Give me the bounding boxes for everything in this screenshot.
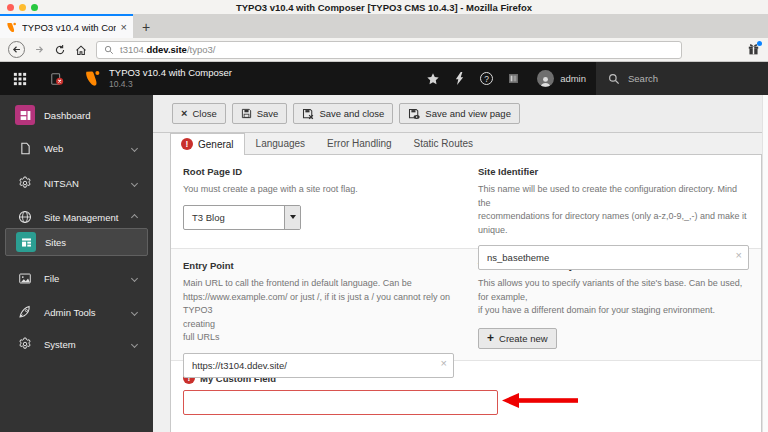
gear-icon [15,337,35,351]
typo3-brand[interactable]: TYPO3 v10.4 with Composer 10.4.3 [74,62,242,95]
back-button[interactable] [8,41,25,58]
site-identifier-input[interactable] [478,245,749,270]
field-description: This name will be used to create the con… [478,183,749,237]
chevron-down-icon [131,308,138,315]
star-icon [426,72,440,86]
tab-general[interactable]: ! General [170,133,245,155]
module-sidebar: Dashboard Web NITSAN Site Man [0,95,153,432]
docs-button[interactable] [500,62,527,95]
close-button[interactable]: × Close [172,103,226,124]
tab-title: TYPO3 v10.4 with Comp [22,22,116,33]
gear-icon [15,176,35,190]
root-page-select[interactable]: T3 Blog [183,205,301,230]
search-input[interactable] [628,73,728,84]
form-row-1: Root Page ID You must create a page with… [171,155,761,248]
docheader: × Close Save Save and close Save and vie… [153,95,768,133]
chevron-up-icon [131,213,138,220]
topbar-spacer [242,62,419,95]
save-button[interactable]: Save [232,103,288,124]
extension-button[interactable] [747,43,760,56]
bolt-icon [454,72,465,85]
window-titlebar: TYPO3 v10.4 with Composer [TYPO3 CMS 10.… [0,0,768,14]
avatar [537,70,554,87]
save-and-close-button[interactable]: Save and close [293,103,393,124]
window-controls [7,4,38,11]
sidebar-item-nitsan[interactable]: NITSAN [0,168,153,198]
save-close-icon [302,108,314,120]
tab-close-icon[interactable]: × [121,22,127,33]
user-menu-button[interactable]: admin [527,62,596,95]
browser-tabbar: TYPO3 v10.4 with Comp × + [0,14,768,38]
clear-cache-button[interactable] [446,62,473,95]
tab-static-routes[interactable]: Static Routes [403,134,484,154]
create-new-button[interactable]: + Create new [478,328,557,349]
plus-icon: + [487,332,494,344]
save-and-view-button[interactable]: Save and view page [399,103,520,124]
url-text: t3104.ddev.site/typo3/ [120,44,215,55]
form-tabs: ! General Languages Error Handling Stati… [170,133,762,155]
sidebar-item-web[interactable]: Web [0,133,153,163]
field-variants: Variants for the Entry Point This allows… [478,260,749,378]
site-version: 10.4.3 [109,79,232,90]
sidebar-item-dashboard[interactable]: Dashboard [0,100,153,130]
sidebar-item-system[interactable]: System [0,329,153,359]
username-label: admin [560,73,586,84]
save-icon [241,108,252,119]
module-content: × Close Save Save and close Save and vie… [153,95,768,432]
new-tab-button[interactable]: + [133,19,159,38]
sidebar-item-label: Sites [45,237,147,248]
url-bar[interactable]: t3104.ddev.site/typo3/ [96,41,682,59]
reload-button[interactable] [54,44,66,56]
chevron-down-icon [131,274,138,281]
topbar-search[interactable] [596,62,768,95]
search-icon [104,45,114,55]
minimize-window-button[interactable] [19,4,26,11]
input-wrap: × [478,245,749,270]
field-description: You must create a page with a site root … [183,183,454,197]
bookmarks-button[interactable] [419,62,446,95]
module-menu-toggle-button[interactable] [0,62,40,95]
scrollbar-track[interactable] [762,95,768,432]
close-icon: × [181,108,187,119]
typo3-topbar: TYPO3 v10.4 with Composer 10.4.3 ? admin [0,62,768,95]
chevron-down-icon [131,340,138,347]
tab-languages[interactable]: Languages [245,134,317,154]
image-icon [15,272,35,285]
home-icon [75,44,87,56]
main-area: Dashboard Web NITSAN Site Man [0,95,768,432]
typo3-favicon-icon [6,22,17,33]
close-window-button[interactable] [7,4,14,11]
sidebar-item-label: Admin Tools [44,307,132,318]
browser-navbar: t3104.ddev.site/typo3/ [0,38,768,62]
field-root-page-id: Root Page ID You must create a page with… [183,166,454,270]
field-site-identifier: Site Identifier This name will be used t… [478,166,749,270]
clear-input-icon[interactable]: × [736,250,742,261]
entry-point-input[interactable] [183,353,454,378]
my-custom-field-input[interactable] [183,390,498,415]
sidebar-item-admin-tools[interactable]: Admin Tools [0,297,153,327]
tab-error-handling[interactable]: Error Handling [316,134,402,154]
browser-tab[interactable]: TYPO3 v10.4 with Comp × [0,14,133,38]
help-button[interactable]: ? [473,62,500,95]
home-button[interactable] [75,44,87,56]
sidebar-item-label: File [44,273,132,284]
maximize-window-button[interactable] [31,4,38,11]
sidebar-item-sites[interactable]: Sites [5,228,148,256]
field-entry-point: Entry Point Main URL to call the fronten… [183,260,454,378]
sidebar-item-file[interactable]: File [0,263,153,293]
chevron-down-icon [131,144,138,151]
sidebar-item-label: Dashboard [44,110,153,121]
clear-input-icon[interactable]: × [441,358,447,369]
search-icon [608,73,620,85]
brand-text: TYPO3 v10.4 with Composer 10.4.3 [109,67,232,90]
field-my-custom-field: ! My Custom Field [183,372,749,432]
typo3-logo-icon [84,70,101,87]
sidebar-item-label: System [44,339,132,350]
document-icon [15,142,35,155]
forward-button[interactable] [34,44,45,55]
window-title: TYPO3 v10.4 with Composer [TYPO3 CMS 10.… [236,2,532,13]
field-description: This allows you to specify variants of t… [478,277,749,318]
caret-down-icon [290,215,296,219]
forward-arrow-icon [34,44,45,55]
opendocs-button[interactable] [40,62,74,95]
